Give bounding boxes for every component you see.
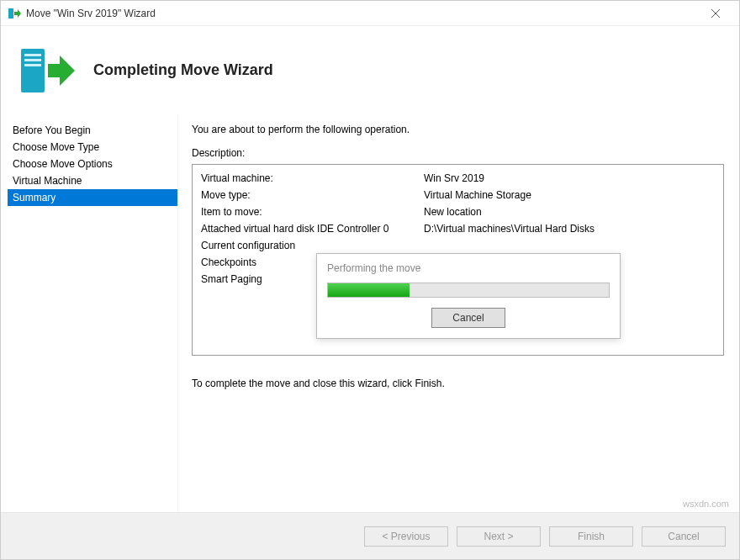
table-row: Move type:Virtual Machine Storage: [201, 187, 715, 203]
server-move-icon: [18, 41, 77, 100]
progress-title: Performing the move: [327, 262, 610, 274]
wizard-window: Move "Win Srv 2019" Wizard Completing Mo…: [0, 0, 740, 560]
row-value: D:\Virtual machines\Virtual Hard Disks: [424, 220, 595, 237]
sidebar-item-choose-move-options[interactable]: Choose Move Options: [8, 156, 177, 172]
row-key: Move type:: [201, 187, 424, 203]
row-key: Attached virtual hard disk IDE Controlle…: [201, 220, 424, 237]
row-key: Current configuration: [201, 237, 424, 254]
progress-fill: [328, 283, 410, 297]
intro-text: You are about to perform the following o…: [192, 124, 724, 135]
row-value: Virtual Machine Storage: [424, 187, 531, 203]
progress-cancel-button[interactable]: Cancel: [431, 308, 505, 328]
sidebar-item-virtual-machine[interactable]: Virtual Machine: [8, 172, 177, 189]
complete-instruction: To complete the move and close this wiza…: [192, 378, 724, 389]
progress-bar: [327, 283, 610, 298]
sidebar-item-label: Virtual Machine: [13, 175, 82, 187]
sidebar-item-label: Choose Move Type: [13, 141, 99, 153]
table-row: Current configuration: [201, 237, 715, 254]
row-value: Win Srv 2019: [424, 170, 484, 187]
wizard-footer: < Previous Next > Finish Cancel: [1, 512, 739, 559]
sidebar-item-summary[interactable]: Summary: [8, 189, 177, 206]
table-row: Virtual machine:Win Srv 2019: [201, 170, 715, 187]
previous-button[interactable]: < Previous: [364, 526, 448, 547]
row-key: Item to move:: [201, 203, 424, 220]
table-row: Item to move:New location: [201, 203, 715, 220]
titlebar: Move "Win Srv 2019" Wizard: [1, 1, 739, 26]
sidebar-item-before-you-begin[interactable]: Before You Begin: [8, 122, 177, 139]
close-icon[interactable]: [699, 2, 732, 25]
progress-button-row: Cancel: [327, 308, 610, 328]
sidebar-item-label: Summary: [13, 192, 56, 203]
sidebar-item-choose-move-type[interactable]: Choose Move Type: [8, 139, 177, 156]
cancel-button[interactable]: Cancel: [642, 526, 726, 547]
description-label: Description:: [192, 147, 724, 159]
app-move-icon: [8, 7, 21, 20]
table-row: Attached virtual hard disk IDE Controlle…: [201, 220, 715, 237]
wizard-header: Completing Move Wizard: [1, 26, 739, 114]
window-title: Move "Win Srv 2019" Wizard: [26, 8, 699, 19]
sidebar: Before You Begin Choose Move Type Choose…: [1, 115, 177, 512]
svg-rect-4: [24, 64, 41, 66]
sidebar-item-label: Choose Move Options: [13, 158, 113, 170]
progress-dialog: Performing the move Cancel: [316, 253, 621, 339]
sidebar-item-label: Before You Begin: [13, 124, 91, 136]
row-key: Virtual machine:: [201, 170, 424, 187]
page-title: Completing Move Wizard: [93, 61, 273, 79]
finish-button[interactable]: Finish: [549, 526, 633, 547]
watermark: wsxdn.com: [683, 499, 729, 509]
row-value: New location: [424, 203, 482, 220]
svg-rect-2: [24, 54, 41, 56]
svg-rect-3: [24, 59, 41, 61]
svg-rect-0: [8, 8, 13, 18]
next-button[interactable]: Next >: [457, 526, 541, 547]
